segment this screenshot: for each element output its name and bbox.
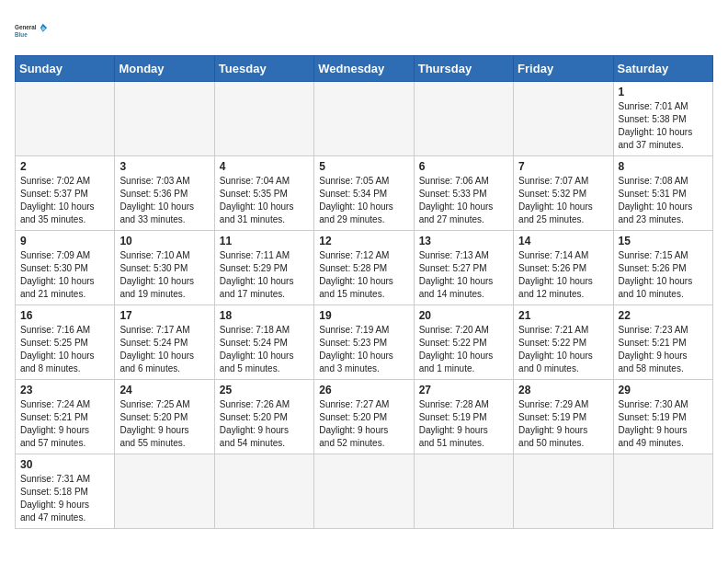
day-info: Sunrise: 7:31 AM Sunset: 5:18 PM Dayligh… — [20, 473, 109, 524]
calendar-cell: 18Sunrise: 7:18 AM Sunset: 5:24 PM Dayli… — [214, 305, 313, 380]
svg-text:Blue: Blue — [15, 31, 28, 38]
calendar-cell — [514, 454, 613, 529]
calendar-cell — [214, 454, 313, 529]
day-number: 19 — [319, 309, 408, 322]
day-info: Sunrise: 7:02 AM Sunset: 5:37 PM Dayligh… — [20, 175, 109, 226]
calendar-week-3: 9Sunrise: 7:09 AM Sunset: 5:30 PM Daylig… — [16, 231, 713, 305]
day-info: Sunrise: 7:25 AM Sunset: 5:20 PM Dayligh… — [119, 398, 209, 450]
calendar-cell — [115, 454, 214, 529]
day-number: 13 — [419, 235, 508, 247]
col-header-monday: Monday — [115, 56, 214, 82]
day-info: Sunrise: 7:16 AM Sunset: 5:25 PM Dayligh… — [20, 324, 109, 375]
calendar-cell — [414, 82, 513, 156]
day-number: 17 — [119, 309, 209, 322]
day-info: Sunrise: 7:14 AM Sunset: 5:26 PM Dayligh… — [518, 249, 608, 301]
day-number: 4 — [220, 160, 309, 173]
day-info: Sunrise: 7:05 AM Sunset: 5:34 PM Dayligh… — [319, 175, 408, 226]
calendar-table: SundayMondayTuesdayWednesdayThursdayFrid… — [15, 55, 713, 529]
day-info: Sunrise: 7:24 AM Sunset: 5:21 PM Dayligh… — [20, 398, 109, 450]
day-number: 10 — [119, 235, 209, 247]
day-info: Sunrise: 7:11 AM Sunset: 5:29 PM Dayligh… — [220, 249, 309, 301]
calendar-cell: 15Sunrise: 7:15 AM Sunset: 5:26 PM Dayli… — [613, 231, 712, 305]
day-number: 30 — [20, 458, 109, 471]
calendar-cell: 10Sunrise: 7:10 AM Sunset: 5:30 PM Dayli… — [115, 231, 214, 305]
calendar-week-1: 1Sunrise: 7:01 AM Sunset: 5:38 PM Daylig… — [16, 82, 713, 156]
calendar-cell: 16Sunrise: 7:16 AM Sunset: 5:25 PM Dayli… — [16, 305, 115, 380]
col-header-thursday: Thursday — [414, 56, 513, 82]
calendar-cell: 29Sunrise: 7:30 AM Sunset: 5:19 PM Dayli… — [613, 380, 712, 454]
calendar-cell — [115, 82, 214, 156]
calendar-cell: 5Sunrise: 7:05 AM Sunset: 5:34 PM Daylig… — [314, 156, 414, 231]
day-number: 14 — [518, 235, 608, 247]
calendar-cell: 27Sunrise: 7:28 AM Sunset: 5:19 PM Dayli… — [414, 380, 513, 454]
day-info: Sunrise: 7:19 AM Sunset: 5:23 PM Dayligh… — [319, 324, 408, 375]
page-header: General Blue — [15, 15, 713, 48]
day-number: 26 — [319, 384, 408, 396]
day-number: 24 — [119, 384, 209, 396]
calendar-cell: 19Sunrise: 7:19 AM Sunset: 5:23 PM Dayli… — [314, 305, 414, 380]
calendar-cell: 23Sunrise: 7:24 AM Sunset: 5:21 PM Dayli… — [16, 380, 115, 454]
day-info: Sunrise: 7:27 AM Sunset: 5:20 PM Dayligh… — [319, 398, 408, 450]
day-number: 3 — [119, 160, 209, 173]
day-number: 5 — [319, 160, 408, 173]
calendar-week-5: 23Sunrise: 7:24 AM Sunset: 5:21 PM Dayli… — [16, 380, 713, 454]
calendar-cell: 1Sunrise: 7:01 AM Sunset: 5:38 PM Daylig… — [613, 82, 712, 156]
day-info: Sunrise: 7:01 AM Sunset: 5:38 PM Dayligh… — [619, 100, 708, 152]
calendar-cell: 20Sunrise: 7:20 AM Sunset: 5:22 PM Dayli… — [414, 305, 513, 380]
calendar-cell: 26Sunrise: 7:27 AM Sunset: 5:20 PM Dayli… — [314, 380, 414, 454]
calendar-cell: 9Sunrise: 7:09 AM Sunset: 5:30 PM Daylig… — [16, 231, 115, 305]
day-info: Sunrise: 7:13 AM Sunset: 5:27 PM Dayligh… — [419, 249, 508, 301]
calendar-cell: 2Sunrise: 7:02 AM Sunset: 5:37 PM Daylig… — [16, 156, 115, 231]
day-number: 1 — [619, 86, 708, 98]
calendar-cell: 3Sunrise: 7:03 AM Sunset: 5:36 PM Daylig… — [115, 156, 214, 231]
col-header-sunday: Sunday — [16, 56, 115, 82]
day-info: Sunrise: 7:10 AM Sunset: 5:30 PM Dayligh… — [119, 249, 209, 301]
col-header-tuesday: Tuesday — [214, 56, 313, 82]
day-number: 9 — [20, 235, 109, 247]
col-header-saturday: Saturday — [613, 56, 712, 82]
day-number: 11 — [220, 235, 309, 247]
calendar-week-2: 2Sunrise: 7:02 AM Sunset: 5:37 PM Daylig… — [16, 156, 713, 231]
day-number: 23 — [20, 384, 109, 396]
day-number: 28 — [518, 384, 608, 396]
day-number: 20 — [419, 309, 508, 322]
calendar-cell — [314, 454, 414, 529]
day-info: Sunrise: 7:18 AM Sunset: 5:24 PM Dayligh… — [220, 324, 309, 375]
calendar-cell: 8Sunrise: 7:08 AM Sunset: 5:31 PM Daylig… — [613, 156, 712, 231]
calendar-cell: 14Sunrise: 7:14 AM Sunset: 5:26 PM Dayli… — [514, 231, 613, 305]
logo-icon: General Blue — [15, 15, 48, 48]
calendar-cell — [613, 454, 712, 529]
calendar-cell: 28Sunrise: 7:29 AM Sunset: 5:19 PM Dayli… — [514, 380, 613, 454]
calendar-week-4: 16Sunrise: 7:16 AM Sunset: 5:25 PM Dayli… — [16, 305, 713, 380]
day-number: 27 — [419, 384, 508, 396]
calendar-cell: 13Sunrise: 7:13 AM Sunset: 5:27 PM Dayli… — [414, 231, 513, 305]
day-info: Sunrise: 7:20 AM Sunset: 5:22 PM Dayligh… — [419, 324, 508, 375]
calendar-header-row: SundayMondayTuesdayWednesdayThursdayFrid… — [16, 56, 713, 82]
calendar-cell: 21Sunrise: 7:21 AM Sunset: 5:22 PM Dayli… — [514, 305, 613, 380]
calendar-cell — [314, 82, 414, 156]
day-info: Sunrise: 7:06 AM Sunset: 5:33 PM Dayligh… — [419, 175, 508, 226]
day-info: Sunrise: 7:04 AM Sunset: 5:35 PM Dayligh… — [220, 175, 309, 226]
calendar-cell: 11Sunrise: 7:11 AM Sunset: 5:29 PM Dayli… — [214, 231, 313, 305]
day-number: 8 — [619, 160, 708, 173]
calendar-cell: 30Sunrise: 7:31 AM Sunset: 5:18 PM Dayli… — [16, 454, 115, 529]
day-number: 15 — [619, 235, 708, 247]
col-header-friday: Friday — [514, 56, 613, 82]
day-number: 18 — [220, 309, 309, 322]
day-number: 6 — [419, 160, 508, 173]
calendar-cell: 17Sunrise: 7:17 AM Sunset: 5:24 PM Dayli… — [115, 305, 214, 380]
day-number: 2 — [20, 160, 109, 173]
day-number: 22 — [619, 309, 708, 322]
calendar-week-6: 30Sunrise: 7:31 AM Sunset: 5:18 PM Dayli… — [16, 454, 713, 529]
day-info: Sunrise: 7:15 AM Sunset: 5:26 PM Dayligh… — [619, 249, 708, 301]
calendar-cell: 7Sunrise: 7:07 AM Sunset: 5:32 PM Daylig… — [514, 156, 613, 231]
calendar-cell — [514, 82, 613, 156]
day-info: Sunrise: 7:09 AM Sunset: 5:30 PM Dayligh… — [20, 249, 109, 301]
calendar-cell: 4Sunrise: 7:04 AM Sunset: 5:35 PM Daylig… — [214, 156, 313, 231]
day-info: Sunrise: 7:30 AM Sunset: 5:19 PM Dayligh… — [619, 398, 708, 450]
day-number: 12 — [319, 235, 408, 247]
day-number: 16 — [20, 309, 109, 322]
day-number: 29 — [619, 384, 708, 396]
calendar-cell — [214, 82, 313, 156]
svg-text:General: General — [15, 24, 37, 30]
